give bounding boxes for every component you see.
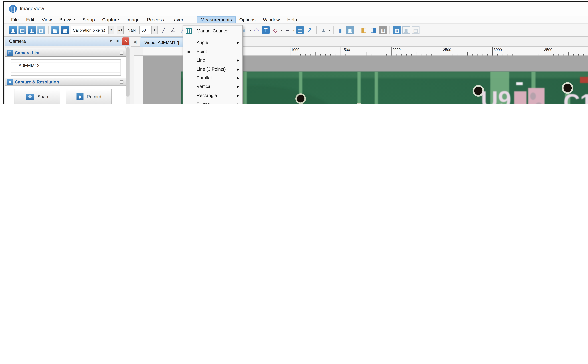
- silkscreen-c17: C17: [563, 89, 588, 104]
- silkscreen-u9: U9: [481, 86, 511, 104]
- menu-bar-item[interactable]: Options: [235, 16, 259, 23]
- submenu-arrow-icon: ▶: [237, 94, 239, 97]
- record-icon: [76, 93, 83, 100]
- toolbar-icon[interactable]: ◇: [271, 26, 279, 34]
- toolbar-icon[interactable]: ◠: [253, 26, 260, 34]
- measurements-menu-item[interactable]: Vertical ▶: [183, 82, 242, 91]
- red-marker: [580, 77, 588, 83]
- group-camera-list[interactable]: ▤ Camera List: [5, 49, 126, 57]
- toolbar-icon[interactable]: ▣: [9, 26, 17, 34]
- capture-content: Snap Record Preview 3840 x 2160▼ Capture: [5, 86, 126, 104]
- submenu-arrow-icon: ▶: [237, 76, 239, 80]
- toolbar-icon[interactable]: [357, 26, 357, 34]
- measurements-menu-item[interactable]: Line (3 Points) ▶: [183, 65, 242, 74]
- menu-bar-item[interactable]: Edit: [22, 16, 38, 23]
- menu-bar-item[interactable]: Capture: [98, 16, 123, 23]
- menu-bar-item[interactable]: View: [38, 16, 56, 23]
- measurements-menu: Manual Counter Angle ▶ Point: [183, 25, 243, 104]
- toolbar-icon[interactable]: ▤: [296, 26, 304, 34]
- toolbar-icon[interactable]: [390, 26, 390, 34]
- app-window: ImageView – ❐ ✕ FileEditViewBrowseSetupC…: [3, 1, 588, 104]
- submenu-arrow-icon: ▶: [237, 85, 239, 89]
- toolbar-icon[interactable]: [333, 26, 333, 34]
- toolbar-icon[interactable]: [48, 26, 48, 34]
- menu-bar-item[interactable]: File: [7, 16, 22, 23]
- ruler-corner: [134, 47, 143, 56]
- measurements-menu-item[interactable]: Manual Counter: [183, 27, 242, 35]
- menu-bar-item[interactable]: Measurements: [197, 16, 235, 23]
- toolbar-icon[interactable]: ∠: [169, 26, 177, 34]
- camera-list-item[interactable]: A0EMM12: [19, 63, 120, 68]
- menu-bar-item[interactable]: Help: [284, 16, 301, 23]
- sidebar-title: Camera: [9, 39, 26, 44]
- menu-bar-item[interactable]: Browse: [56, 16, 79, 23]
- menu-bar-item[interactable]: Window: [259, 16, 284, 23]
- close-panel-button[interactable]: ✕: [122, 37, 129, 45]
- toolbar-icon[interactable]: ▤: [19, 26, 26, 34]
- dropdown-arrow-icon[interactable]: ▼: [108, 26, 114, 34]
- camera-list-box[interactable]: A0EMM12: [11, 59, 121, 76]
- toolbar-icon[interactable]: ▥: [28, 26, 36, 34]
- record-button[interactable]: Record: [66, 89, 112, 104]
- measurements-menu-item[interactable]: Angle ▶: [183, 39, 242, 47]
- screenshot-viewport: ImageView – ❐ ✕ FileEditViewBrowseSetupC…: [0, 0, 588, 104]
- toolbar-icon[interactable]: ◧: [360, 26, 368, 34]
- toolbar-icon[interactable]: ▧: [51, 26, 59, 34]
- tab-scroll-left-button[interactable]: ◀: [133, 39, 137, 44]
- toolbar-icon[interactable]: T: [262, 26, 270, 34]
- toolbar-icon[interactable]: ╱: [160, 26, 167, 34]
- toolbar-icon[interactable]: ▾: [293, 26, 295, 34]
- menu-bar: FileEditViewBrowseSetupCaptureImageProce…: [4, 16, 588, 24]
- toolbar-icon[interactable]: ▦: [37, 26, 45, 34]
- menu-bar-item[interactable]: Layer: [168, 16, 187, 23]
- toolbar-icon[interactable]: [316, 26, 317, 34]
- measurements-menu-item[interactable]: [183, 35, 242, 38]
- zoom-combo[interactable]: 50 ▼: [139, 26, 157, 34]
- toolbar-icon[interactable]: ↗: [306, 26, 314, 34]
- toolbar-icon[interactable]: ▲: [320, 26, 327, 34]
- toolbar-icon[interactable]: ▾: [249, 26, 252, 34]
- ruler-label: 2500: [443, 48, 451, 52]
- calibration-combo[interactable]: Calibration pixel(s) ▼: [71, 26, 114, 34]
- ruler-label: 1000: [291, 48, 299, 52]
- measurements-menu-item[interactable]: Line ▶: [183, 56, 242, 65]
- toolbar-icon[interactable]: ▾: [328, 26, 331, 34]
- measurements-menu-item[interactable]: Ellipse ▶: [183, 100, 242, 104]
- title-bar[interactable]: ImageView – ❐ ✕: [4, 2, 588, 16]
- group-capture-resolution[interactable]: ◙ Capture & Resolution: [5, 78, 126, 86]
- submenu-arrow-icon: ▶: [237, 59, 239, 62]
- sidebar-scrollbar[interactable]: [125, 46, 130, 104]
- toolbar-icon[interactable]: ◨: [369, 26, 377, 34]
- snap-button[interactable]: Snap: [14, 89, 60, 104]
- toolbar-icon[interactable]: ▣: [402, 26, 410, 34]
- menu-bar-item[interactable]: Setup: [79, 16, 98, 23]
- toolbar: ▣▤▥▦▧▨ Calibration pixel(s) ▼ ▲▼ NaN 50 …: [4, 24, 588, 37]
- vertical-ruler: 1000150020002500: [134, 56, 143, 104]
- calibration-spin[interactable]: ▲▼: [117, 26, 124, 34]
- menu-bar-item[interactable]: Image: [123, 16, 143, 23]
- snap-icon: [26, 93, 34, 100]
- toolbar-icon[interactable]: ▥: [379, 26, 386, 34]
- measurements-menu-item[interactable]: Rectangle ▶: [183, 91, 242, 100]
- camera-list-content: A0EMM12: [5, 57, 126, 78]
- measurements-menu-item[interactable]: Point: [183, 47, 242, 56]
- menu-bar-item[interactable]: Process: [143, 16, 168, 23]
- measurements-menu-item[interactable]: Parallel ▶: [183, 74, 242, 82]
- toolbar-icon[interactable]: ~: [284, 26, 292, 34]
- toolbar-icon[interactable]: ▮: [336, 26, 344, 34]
- toolbar-icon[interactable]: ▣: [346, 26, 354, 34]
- sidebar-header[interactable]: Camera ▼ ▣ ✕: [5, 37, 130, 46]
- ruler-label: 3500: [544, 48, 552, 52]
- toolbar-icon[interactable]: ▾: [280, 26, 283, 34]
- pin-icon[interactable]: ▣: [116, 39, 119, 43]
- ruler-label: 1500: [342, 48, 350, 52]
- toolbar-icon[interactable]: ▨: [61, 26, 69, 34]
- app-icon: [9, 5, 17, 13]
- collapse-icon[interactable]: ▼: [109, 39, 113, 43]
- submenu-arrow-icon: ▶: [237, 103, 239, 104]
- ruler-label: 3000: [494, 48, 502, 52]
- window-title: ImageView: [20, 6, 44, 12]
- toolbar-icon[interactable]: ▤: [412, 26, 419, 34]
- submenu-arrow-icon: ▶: [237, 68, 239, 71]
- toolbar-icon[interactable]: ▦: [393, 26, 400, 34]
